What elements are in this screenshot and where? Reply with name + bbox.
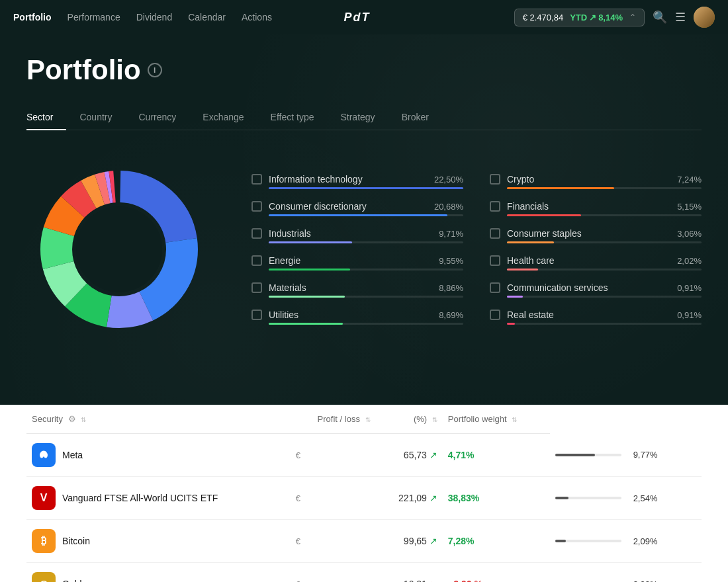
security-name-bitcoin: Bitcoin — [62, 536, 90, 546]
legend-label-industrials: Industrials — [269, 228, 424, 239]
legend-healthcare[interactable]: Health care 2,02% — [490, 255, 702, 270]
legend-checkbox-consumer-staples[interactable] — [490, 228, 500, 239]
legend-bar-track-industrials — [269, 241, 463, 243]
legend-label-realestate: Real estate — [507, 310, 662, 320]
page-title-area: Portfolio i — [26, 54, 702, 86]
legend-industrials[interactable]: Industrials 9,71% — [251, 228, 463, 243]
legend-checkbox-infotech[interactable] — [251, 174, 262, 185]
weight-bar-bitcoin — [555, 540, 621, 542]
tab-country[interactable]: Country — [79, 105, 125, 130]
legend-pct-comms: 0,91% — [668, 283, 702, 293]
legend-label-healthcare: Health care — [507, 255, 662, 266]
weight-pct-meta: 9,77% — [628, 450, 658, 460]
menu-icon[interactable]: ☰ — [675, 10, 686, 24]
legend-realestate[interactable]: Real estate 0,91% — [490, 310, 702, 325]
th-security-sort-icon[interactable]: ⇅ — [81, 416, 86, 423]
legend-consumer-disc[interactable]: Consumer discretionary 20,68% — [251, 201, 463, 216]
table-row[interactable]: ₿ Bitcoin € 99,65 ↗ 7,28% — [26, 520, 702, 563]
legend-label-consumer-disc: Consumer discretionary — [269, 201, 424, 212]
th-security: Security ⚙ ⇅ — [26, 405, 291, 434]
legend-bar-fill-industrials — [269, 241, 352, 243]
tab-currency[interactable]: Currency — [139, 105, 190, 130]
page-title: Portfolio — [26, 54, 141, 86]
currency-symbol-bitcoin: € — [296, 536, 300, 546]
legend-label-utilities: Utilities — [269, 310, 424, 320]
securities-table: Security ⚙ ⇅ Profit / loss ⇅ (%) ⇅ Portf… — [26, 405, 702, 582]
th-profit-sort-icon[interactable]: ⇅ — [365, 416, 371, 423]
info-icon[interactable]: i — [148, 63, 162, 77]
legend-checkbox-healthcare[interactable] — [490, 255, 500, 266]
legend-energie[interactable]: Energie 9,55% — [251, 255, 463, 270]
legend-pct-consumer-disc: 20,68% — [430, 202, 463, 212]
logo-gold: ◉ — [32, 572, 56, 582]
table-row[interactable]: V Vanguard FTSE All-World UCITS ETF € 22… — [26, 477, 702, 520]
profit-value-gold: - 10,21 — [398, 579, 427, 582]
tab-strategy[interactable]: Strategy — [340, 105, 388, 130]
legend-materials[interactable]: Materials 8,86% — [251, 282, 463, 298]
trend-icon-bitcoin: ↗ — [430, 536, 437, 546]
legend-checkbox-consumer-disc[interactable] — [251, 201, 262, 212]
logo-vanguard: V — [32, 486, 56, 510]
tab-effect-type[interactable]: Effect type — [271, 105, 328, 130]
weight-fill-meta — [555, 454, 595, 456]
th-settings-icon[interactable]: ⚙ — [68, 414, 76, 424]
th-profit-loss: Profit / loss ⇅ — [291, 405, 376, 434]
security-cell-meta: Meta — [26, 434, 291, 477]
security-name-meta: Meta — [62, 450, 83, 460]
legend-checkbox-comms[interactable] — [490, 282, 500, 293]
legend-bar-track-infotech — [269, 187, 463, 189]
legend-checkbox-financials[interactable] — [490, 201, 500, 212]
legend-pct-realestate: 0,91% — [668, 310, 702, 320]
legend-bar-fill-consumer-staples — [507, 241, 554, 243]
legend-checkbox-utilities[interactable] — [251, 310, 262, 320]
legend-area: Information technology 22,50% Consumer d… — [251, 174, 702, 325]
nav-actions[interactable]: Actions — [242, 12, 272, 22]
th-security-label: Security — [32, 414, 63, 424]
nav-dividend[interactable]: Dividend — [136, 12, 172, 22]
legend-bar-fill-financials — [507, 214, 581, 216]
weight-vanguard: 2,54% — [550, 477, 702, 520]
profit-value-bitcoin: 99,65 — [404, 536, 427, 546]
security-cell-vanguard: V Vanguard FTSE All-World UCITS ETF — [26, 477, 291, 520]
legend-financials[interactable]: Financials 5,15% — [490, 201, 702, 216]
sector-tabs: Sector Country Currency Exchange Effect … — [26, 104, 702, 130]
legend-checkbox-industrials[interactable] — [251, 228, 262, 239]
legend-bar-fill-utilities — [269, 323, 343, 325]
th-weight-sort-icon[interactable]: ⇅ — [512, 416, 517, 423]
legend-consumer-staples[interactable]: Consumer staples 3,06% — [490, 228, 702, 243]
search-icon[interactable]: 🔍 — [653, 10, 667, 24]
th-pct-sort-icon[interactable]: ⇅ — [432, 416, 437, 423]
nav-portfolio[interactable]: Portfolio — [13, 12, 52, 22]
user-avatar[interactable] — [694, 7, 715, 28]
tab-exchange[interactable]: Exchange — [203, 105, 257, 130]
nav-performance[interactable]: Performance — [68, 12, 120, 22]
legend-utilities[interactable]: Utilities 8,69% — [251, 310, 463, 325]
legend-infotech[interactable]: Information technology 22,50% — [251, 174, 463, 189]
hero-section: Portfolio i Sector Country Currency Exch… — [0, 34, 728, 405]
ytd-arrow: ↗ — [589, 13, 596, 22]
legend-label-infotech: Information technology — [269, 174, 424, 185]
legend-bar-track-comms — [507, 296, 702, 298]
legend-checkbox-materials[interactable] — [251, 282, 262, 293]
tab-broker[interactable]: Broker — [402, 105, 442, 130]
nav-calendar[interactable]: Calendar — [188, 12, 226, 22]
legend-comms[interactable]: Communication services 0,91% — [490, 282, 702, 298]
legend-crypto[interactable]: Crypto 7,24% — [490, 174, 702, 189]
legend-checkbox-crypto[interactable] — [490, 174, 500, 185]
legend-label-consumer-staples: Consumer staples — [507, 228, 662, 239]
toggle-arrow-icon[interactable]: ⌃ — [629, 13, 636, 22]
table-row[interactable]: Meta € 65,73 ↗ 4,71% — [26, 434, 702, 477]
th-weight: Portfolio weight ⇅ — [443, 405, 550, 434]
legend-bar-fill-consumer-disc — [269, 214, 447, 216]
legend-checkbox-energie[interactable] — [251, 255, 262, 266]
legend-bar-fill-realestate — [507, 323, 515, 325]
pct-bitcoin: 7,28% — [443, 520, 550, 563]
table-row[interactable]: ◉ Gold € - 10,21 ↘ - 2,96 % — [26, 563, 702, 583]
legend-pct-financials: 5,15% — [668, 202, 702, 212]
legend-bar-track-materials — [269, 296, 463, 298]
legend-checkbox-realestate[interactable] — [490, 310, 500, 320]
currency-meta: € — [291, 434, 376, 477]
portfolio-value-display: € 2.470,84 YTD ↗ 8,14% ⌃ — [514, 9, 645, 26]
tab-sector[interactable]: Sector — [26, 105, 66, 130]
legend-pct-utilities: 8,69% — [430, 310, 463, 320]
